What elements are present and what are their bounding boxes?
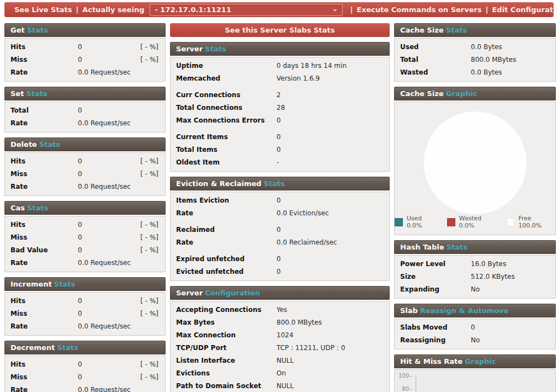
legend-label: Wasted 0.0% — [459, 215, 498, 229]
cache-size-pie-chart: Used 0.0%Wasted 0.0%Free 100.0% — [394, 102, 556, 235]
stat-row: Curr Connections2 — [171, 89, 389, 102]
server-slabs-stats-button[interactable]: See this Server Slabs Stats — [170, 23, 390, 37]
stat-row: Rate0.0 Request/sec — [5, 66, 165, 79]
stat-row: Max Connections Errors0 — [171, 114, 389, 127]
hit-miss-rate-chart: 10080 — [394, 369, 556, 392]
stat-percent: [ - %] — [140, 157, 160, 166]
stat-label: Current Items — [176, 133, 277, 142]
stat-percent: [ - %] — [140, 309, 160, 319]
stat-row: TCP/UDP PortTCP : 11211, UDP : 0 — [171, 342, 389, 354]
stat-value: 0 — [78, 220, 82, 230]
stat-value: 512.0 KBytes — [471, 272, 515, 282]
panel-title-accent: Reassign & Automove — [420, 306, 509, 315]
edit-configuration-link[interactable]: Edit Configuration — [492, 6, 558, 14]
stat-percent: [ - %] — [140, 43, 160, 52]
stat-label: Wasted — [400, 68, 471, 77]
stat-percent: [ - %] — [140, 360, 160, 369]
panel-title-accent: Stats — [27, 26, 48, 34]
stat-value: On — [277, 369, 286, 378]
stat-row: Uptime0 days 18 hrs 14 min — [171, 60, 389, 72]
stat-row: Current Items0 — [171, 131, 389, 144]
panel-title-main: Increment — [10, 280, 52, 288]
stat-value: 0 — [277, 116, 281, 125]
stat-value: 0.0 Request/sec — [78, 385, 131, 392]
stat-row: Hits0[ - %] — [5, 219, 165, 231]
stat-label: Total Items — [176, 145, 277, 155]
stat-value: 0.0 Bytes — [471, 43, 502, 52]
stat-value: 0 — [78, 169, 82, 179]
stat-value: No — [471, 285, 480, 294]
decrement-stats-panel: DecrementStats Hits0[ - %]Miss0[ - %]Rat… — [4, 341, 166, 392]
middle-column: See this Server Slabs Stats ServerStats … — [170, 23, 390, 392]
set-stats-panel: SetStats Total0Rate0.0 Request/sec — [4, 87, 166, 133]
stat-row: Items Eviction0 — [171, 194, 389, 207]
stat-label: Slabs Moved — [400, 323, 471, 332]
stat-value: 0.0 Eviction/sec — [277, 209, 329, 218]
y-axis-tick: 100 — [395, 373, 412, 379]
stat-value: NULL — [277, 382, 294, 391]
stat-row: Listen InterfaceNULL — [171, 354, 389, 367]
stat-row: Total Items0 — [171, 144, 389, 156]
panel-title-accent: Stats — [54, 280, 75, 288]
panel-title-main: Decrement — [10, 343, 55, 352]
legend-item: Used 0.0% — [395, 215, 438, 229]
stat-value: 2 — [277, 91, 281, 100]
panel-title-main: Cache Size — [400, 89, 444, 98]
stat-row: Accepting ConnectionsYes — [171, 304, 389, 316]
delete-stats-panel: DeleteStats Hits0[ - %]Miss0[ - %]Rate0.… — [4, 137, 166, 196]
stat-value: 0.0 Bytes — [471, 68, 502, 77]
stat-label: Curr Connections — [176, 91, 277, 100]
panel-title: DecrementStats — [4, 341, 166, 354]
stat-label: Rate — [10, 322, 78, 331]
panel-title: Hit & Miss RateGraphic — [394, 354, 556, 368]
panel-title-main: Get — [10, 26, 25, 34]
stat-value: 0 — [78, 55, 82, 65]
y-axis-line — [416, 375, 416, 392]
stat-label: Oldest Item — [176, 158, 277, 167]
panel-title-accent: Stats — [27, 204, 48, 212]
panel-title: Hash TableStats — [394, 240, 556, 254]
panel-title-accent: Graphic — [465, 357, 496, 365]
stat-label: Miss — [10, 55, 78, 65]
panel-title: IncrementStats — [4, 277, 166, 291]
stat-value: 0 — [78, 246, 82, 255]
actually-seeing-label: Actually seeing — [82, 6, 144, 14]
stat-label: Hits — [10, 296, 78, 306]
stat-percent: [ - %] — [140, 296, 160, 306]
stat-label: Rate — [10, 68, 78, 77]
stat-row: Rate0.0 Request/sec — [5, 320, 165, 333]
stat-value: 0.0 Request/sec — [78, 322, 131, 331]
pie-chart-legend: Used 0.0%Wasted 0.0%Free 100.0% — [395, 215, 555, 235]
stat-label: Memcached — [176, 74, 277, 83]
stat-label: Miss — [10, 169, 78, 179]
stat-row: Slabs Moved0 — [395, 321, 555, 334]
stat-value: 0.0 Reclaimed/sec — [277, 238, 337, 247]
stat-label: Total — [400, 55, 471, 65]
stat-row: Rate0.0 Request/sec — [5, 181, 165, 193]
panel-title-main: Server — [176, 45, 203, 53]
panel-title-accent: Stats — [39, 140, 60, 149]
stat-value: 0 — [78, 43, 82, 52]
stat-row: Rate0.0 Request/sec — [5, 257, 165, 269]
stat-row: Rate0.0 Request/sec — [5, 117, 165, 130]
stat-value: 0 days 18 hrs 14 min — [277, 61, 347, 71]
panel-title-main: Cas — [10, 204, 25, 212]
stat-label: Rate — [10, 182, 78, 192]
stat-row: Hits0[ - %] — [5, 41, 165, 54]
stat-value: 1024 — [277, 331, 294, 340]
stat-row: Miss0[ - %] — [5, 231, 165, 244]
stat-label: TCP/UDP Port — [176, 343, 277, 353]
panel-title-accent: Stats — [446, 26, 467, 34]
stat-label: Listen Interface — [176, 356, 277, 365]
panel-title-main: Hit & Miss Rate — [400, 357, 463, 365]
panel-title: SetStats — [4, 87, 166, 100]
stat-row: Rate0.0 Request/sec — [5, 384, 165, 392]
stat-label: Rate — [176, 238, 277, 247]
execute-commands-link[interactable]: Execute Commands on Servers — [357, 6, 482, 14]
panel-title-accent: Stats — [264, 179, 285, 188]
stat-label: Accepting Connections — [176, 305, 277, 315]
panel-title-main: Set — [10, 89, 24, 98]
stat-row: Max Bytes800.0 MBytes — [171, 316, 389, 329]
server-select[interactable]: - 172.17.0.1:11211 — [150, 4, 343, 16]
see-live-stats-link[interactable]: See Live Stats — [14, 6, 72, 14]
